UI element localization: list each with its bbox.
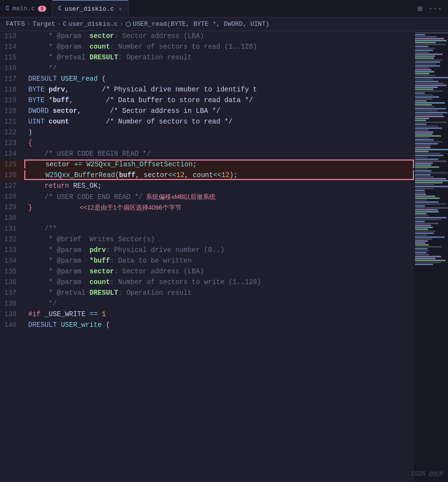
line-content: W25Qxx_BufferRead(buff, sector<<12, coun… xyxy=(24,170,414,180)
table-row: 126 W25Qxx_BufferRead(buff, sector<<12, … xyxy=(0,170,414,181)
line-number: 137 xyxy=(0,288,24,299)
table-row: 137 * @retval DRESULT: Operation result xyxy=(0,288,414,299)
line-content: /* USER CODE END READ */ 系统偏移xMB以后做系统 xyxy=(24,192,414,202)
line-number: 130 xyxy=(0,213,24,224)
code-table: 113 * @param sector: Sector address (LBA… xyxy=(0,31,414,331)
code-area[interactable]: 113 * @param sector: Sector address (LBA… xyxy=(0,31,414,482)
line-content: #if _USE_WRITE == 1 xyxy=(24,309,414,320)
line-content: DRESULT USER_read ( xyxy=(24,74,414,85)
line-content: * @param count: Number of sectors to wri… xyxy=(24,277,414,288)
line-number: 140 xyxy=(0,320,24,331)
line-number: 121 xyxy=(0,117,24,127)
minimap: (function() { const m = document.current… xyxy=(414,31,448,482)
line-number: 113 xyxy=(0,31,24,42)
close-tab-button[interactable]: ✕ xyxy=(119,6,122,12)
table-row: 114 * @param count: Number of sectors to… xyxy=(0,42,414,53)
line-number: 135 xyxy=(0,267,24,277)
table-row: 133 * @param pdrv: Physical drive number… xyxy=(0,245,414,256)
table-row: 121UINT count /* Number of sectors to re… xyxy=(0,117,414,127)
line-content: * @param pdrv: Physical drive number (0.… xyxy=(24,245,414,256)
line-content: * @brief Writes Sector(s) xyxy=(24,234,414,245)
line-number: 118 xyxy=(0,85,24,95)
line-content: * @retval DRESULT: Operation result xyxy=(24,288,414,299)
editor-container: 113 * @param sector: Sector address (LBA… xyxy=(0,31,448,482)
line-number: 131 xyxy=(0,224,24,234)
tab-badge: 9 xyxy=(38,6,46,12)
line-number: 128 xyxy=(0,192,24,202)
line-content: * @param sector: Sector address (LBA) xyxy=(24,267,414,277)
breadcrumb-function[interactable]: USER_read(BYTE, BYTE *, DWORD, UINT) xyxy=(133,20,269,28)
line-number: 134 xyxy=(0,256,24,267)
tab-user-diskio-c[interactable]: C user_diskio.c ✕ xyxy=(53,0,128,17)
line-content: ) xyxy=(24,127,414,138)
line-content: } <<12是由于1个扇区选择4096个字节 xyxy=(24,202,414,213)
table-row: 132 * @brief Writes Sector(s) xyxy=(0,234,414,245)
line-number: 139 xyxy=(0,309,24,320)
line-content: DWORD sector, /* Sector address in LBA *… xyxy=(24,106,414,117)
breadcrumb: FATFS › Target › C user_diskio.c › ⬡ USE… xyxy=(0,18,448,31)
table-row: 127 return RES_OK; xyxy=(0,181,414,192)
c-icon: C xyxy=(63,21,66,28)
line-content xyxy=(24,213,414,224)
table-row: 128 /* USER CODE END READ */ 系统偏移xMB以后做系… xyxy=(0,192,414,202)
table-row: 122) xyxy=(0,127,414,138)
table-row: 140DRESULT USER_write ( xyxy=(0,320,414,331)
line-content: * @param *buff: Data to be written xyxy=(24,256,414,267)
table-row: 129} <<12是由于1个扇区选择4096个字节 xyxy=(0,202,414,213)
line-number: 116 xyxy=(0,63,24,74)
table-row: 119BYTE *buff, /* Data buffer to store r… xyxy=(0,95,414,106)
line-number: 138 xyxy=(0,299,24,309)
line-content: { xyxy=(24,138,414,149)
table-row: 130 xyxy=(0,213,414,224)
line-number: 115 xyxy=(0,53,24,63)
table-row: 131 /** xyxy=(0,224,414,234)
table-row: 136 * @param count: Number of sectors to… xyxy=(0,277,414,288)
table-row: 117DRESULT USER_read ( xyxy=(0,74,414,85)
table-row: 113 * @param sector: Sector address (LBA… xyxy=(0,31,414,42)
line-content: DRESULT USER_write ( xyxy=(24,320,414,331)
breadcrumb-file[interactable]: user_diskio.c xyxy=(69,20,118,28)
line-number: 124 xyxy=(0,149,24,160)
line-number: 129 xyxy=(0,202,24,213)
line-content: UINT count /* Number of sectors to read … xyxy=(24,117,414,127)
line-number: 122 xyxy=(0,127,24,138)
table-row: 139#if _USE_WRITE == 1 xyxy=(0,309,414,320)
line-content: /* USER CODE BEGIN READ */ xyxy=(24,149,414,160)
line-number: 127 xyxy=(0,181,24,192)
line-number: 119 xyxy=(0,95,24,106)
tabs: C main.c 9 C user_diskio.c ✕ xyxy=(0,0,128,17)
tab-actions: ⊞ ··· xyxy=(416,3,448,15)
line-number: 123 xyxy=(0,138,24,149)
line-number: 117 xyxy=(0,74,24,85)
line-content: */ xyxy=(24,299,414,309)
tab-main-c[interactable]: C main.c 9 xyxy=(0,0,53,17)
table-row: 138 */ xyxy=(0,299,414,309)
table-row: 125 sector += W25Qxx_Flash_OffsetSection… xyxy=(0,160,414,170)
line-content: * @param count: Number of sectors to rea… xyxy=(24,42,414,53)
line-content: BYTE *buff, /* Data buffer to store read… xyxy=(24,95,414,106)
table-row: 115 * @retval DRESULT: Operation result xyxy=(0,53,414,63)
tab-user-diskio-label: user_diskio.c xyxy=(65,5,114,13)
breadcrumb-fatfs[interactable]: FATFS xyxy=(6,20,25,28)
line-number: 132 xyxy=(0,234,24,245)
watermark: CSDN @线梦 xyxy=(412,470,444,478)
tab-bar: C main.c 9 C user_diskio.c ✕ ⊞ ··· xyxy=(0,0,448,18)
breadcrumb-target[interactable]: Target xyxy=(33,20,55,28)
table-row: 134 * @param *buff: Data to be written xyxy=(0,256,414,267)
line-content: /** xyxy=(24,224,414,234)
line-content: */ xyxy=(24,63,414,74)
line-content: return RES_OK; xyxy=(24,181,414,192)
table-row: 116 */ xyxy=(0,63,414,74)
split-editor-button[interactable]: ⊞ xyxy=(416,3,425,15)
line-number: 120 xyxy=(0,106,24,117)
line-content: BYTE pdrv, /* Physical drive nmuber to i… xyxy=(24,85,414,95)
line-content: * @retval DRESULT: Operation result xyxy=(24,53,414,63)
line-content: * @param sector: Sector address (LBA) xyxy=(24,31,414,42)
table-row: 123{ xyxy=(0,138,414,149)
more-actions-button[interactable]: ··· xyxy=(426,3,444,14)
line-content: sector += W25Qxx_Flash_OffsetSection; xyxy=(24,160,414,168)
c-file-icon-2: C xyxy=(58,5,62,12)
table-row: 120DWORD sector, /* Sector address in LB… xyxy=(0,106,414,117)
table-row: 118BYTE pdrv, /* Physical drive nmuber t… xyxy=(0,85,414,95)
line-number: 136 xyxy=(0,277,24,288)
